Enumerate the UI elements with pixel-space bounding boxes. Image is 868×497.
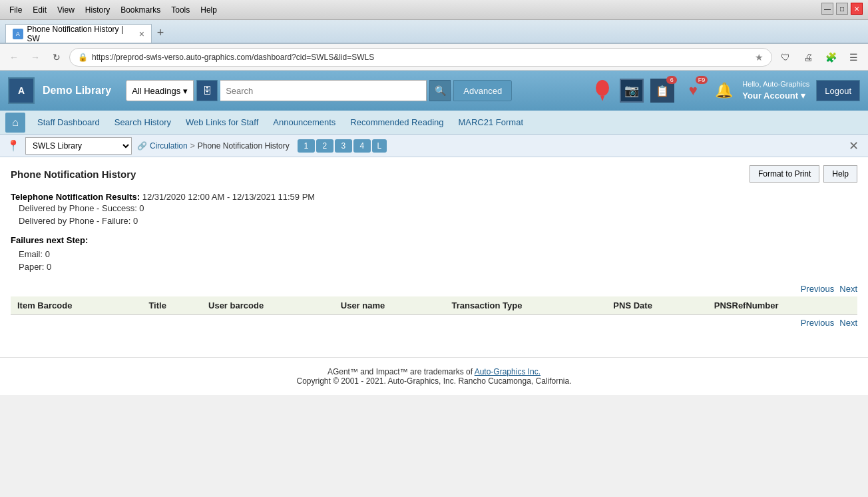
next-link-top[interactable]: Next <box>839 284 857 294</box>
browser-menu: File Edit View History Bookmarks Tools H… <box>5 4 221 16</box>
paper-row: Paper: 0 <box>11 260 857 273</box>
extension-icon-button[interactable]: 🧩 <box>821 48 840 67</box>
headings-dropdown[interactable]: All Headings ▾ <box>126 80 194 101</box>
tab-close-button[interactable]: × <box>139 29 144 39</box>
tab-title: Phone Notification History | SW <box>27 25 135 43</box>
maximize-button[interactable]: □ <box>836 3 848 15</box>
header-right-icons: 📷 📋 6 ♥ F9 🔔 Hello, Auto-Graphics Your A… <box>592 79 860 103</box>
library-name: Demo Library <box>43 85 111 97</box>
logout-button[interactable]: Logout <box>816 80 860 101</box>
delivered-failure-row: Delivered by Phone - Failure: 0 <box>11 215 857 227</box>
content-actions: Format to Print Help <box>750 165 857 183</box>
table-header-row: Item Barcode Title User barcode User nam… <box>11 296 857 315</box>
next-link-bottom[interactable]: Next <box>839 318 857 328</box>
browser-titlebar: File Edit View History Bookmarks Tools H… <box>0 0 868 20</box>
nav-recommended-reading[interactable]: Recommended Reading <box>343 115 450 130</box>
favorites-badge: F9 <box>696 76 708 84</box>
nav-links: Staff Dashboard Search History Web Links… <box>31 115 530 130</box>
col-pns-ref-number: PNSRefNumber <box>708 296 857 315</box>
page-tab-2[interactable]: 2 <box>316 139 333 153</box>
advanced-search-button[interactable]: Advanced <box>453 80 512 101</box>
nav-bar: ⌂ Staff Dashboard Search History Web Lin… <box>0 111 868 135</box>
nav-staff-dashboard[interactable]: Staff Dashboard <box>31 115 107 130</box>
menu-file[interactable]: File <box>5 4 26 16</box>
minimize-button[interactable]: — <box>821 3 833 15</box>
menu-edit[interactable]: Edit <box>29 4 51 16</box>
refresh-button[interactable]: ↻ <box>48 49 65 66</box>
nav-search-history[interactable]: Search History <box>108 115 178 130</box>
footer-link[interactable]: Auto-Graphics Inc. <box>475 367 541 376</box>
search-input[interactable] <box>220 80 427 101</box>
previous-link-top[interactable]: Previous <box>801 284 835 294</box>
pagination-bottom: Previous Next <box>11 315 857 330</box>
new-tab-button[interactable]: + <box>152 24 169 41</box>
nav-web-links[interactable]: Web Links for Staff <box>179 115 265 130</box>
results-label: Telephone Notification Results: <box>11 192 140 202</box>
active-tab[interactable]: A Phone Notification History | SW × <box>5 24 152 43</box>
col-item-barcode: Item Barcode <box>11 296 142 315</box>
previous-link-bottom[interactable]: Previous <box>801 318 835 328</box>
account-label[interactable]: Your Account ▾ <box>742 90 809 102</box>
url-text: https://preprod-swls-verso.auto-graphics… <box>92 53 751 62</box>
library-select[interactable]: SWLS Library <box>25 137 132 155</box>
favorites-icon-button[interactable]: ♥ F9 <box>681 79 705 103</box>
footer-line1: AGent™ and Impact™ are trademarks of Aut… <box>9 367 859 376</box>
breadcrumb-icon: 🔗 <box>137 141 147 151</box>
results-date: 12/31/2020 12:00 AM - 12/13/2021 11:59 P… <box>142 192 315 202</box>
results-section: Telephone Notification Results: 12/31/20… <box>11 192 857 227</box>
print-icon-button[interactable]: 🖨 <box>799 48 817 67</box>
breadcrumb-circulation[interactable]: Circulation <box>150 141 188 151</box>
content-header: Phone Notification History Format to Pri… <box>11 165 857 183</box>
help-button[interactable]: Help <box>823 165 857 183</box>
location-icon: 📍 <box>7 139 20 152</box>
url-bar[interactable]: 🔒 https://preprod-swls-verso.auto-graphi… <box>69 48 772 67</box>
address-bar: ← → ↻ 🔒 https://preprod-swls-verso.auto-… <box>0 44 868 71</box>
back-button[interactable]: ← <box>5 49 23 66</box>
results-table: Item Barcode Title User barcode User nam… <box>11 296 857 315</box>
menu-history[interactable]: History <box>81 4 114 16</box>
menu-help[interactable]: Help <box>196 4 221 16</box>
menu-tools[interactable]: Tools <box>167 4 194 16</box>
balloon-icon-button[interactable] <box>592 80 613 101</box>
page-tabs: 1 2 3 4 L <box>298 139 387 153</box>
col-title: Title <box>142 296 202 315</box>
results-header: Telephone Notification Results: 12/31/20… <box>11 192 857 202</box>
nav-announcements[interactable]: Announcements <box>266 115 342 130</box>
toolbar-icons: 🛡 🖨 🧩 ☰ <box>776 48 863 67</box>
failures-title: Failures next Step: <box>11 235 857 245</box>
page-tab-3[interactable]: 3 <box>335 139 352 153</box>
list-badge: 6 <box>666 76 677 84</box>
headings-label: All Headings <box>132 86 180 96</box>
scan-icon-button[interactable]: 📷 <box>620 79 644 103</box>
breadcrumb-current: Phone Notification History <box>198 141 290 151</box>
page-tab-1[interactable]: 1 <box>298 139 315 153</box>
app-header: A Demo Library All Headings ▾ 🗄 🔍 Advanc… <box>0 71 868 111</box>
tab-favicon: A <box>13 29 23 39</box>
hello-text: Hello, Auto-Graphics <box>742 79 809 89</box>
close-button[interactable]: ✕ <box>851 3 863 15</box>
user-account-section[interactable]: Hello, Auto-Graphics Your Account ▾ <box>742 79 809 102</box>
failures-section: Failures next Step: Email: 0 Paper: 0 <box>11 235 857 273</box>
email-row: Email: 0 <box>11 248 857 260</box>
svg-point-0 <box>596 80 609 96</box>
forward-button[interactable]: → <box>27 49 44 66</box>
menu-view[interactable]: View <box>53 4 79 16</box>
search-button[interactable]: 🔍 <box>429 80 451 101</box>
menu-bookmarks[interactable]: Bookmarks <box>116 4 164 16</box>
search-container: All Headings ▾ 🗄 🔍 Advanced <box>126 80 512 101</box>
notification-icon-button[interactable]: 🔔 <box>712 79 736 103</box>
breadcrumb-close-button[interactable]: ✕ <box>845 138 861 154</box>
col-pns-date: PNS Date <box>606 296 707 315</box>
format-to-print-button[interactable]: Format to Print <box>750 165 819 183</box>
tab-bar: A Phone Notification History | SW × + <box>0 20 868 44</box>
col-transaction-type: Transaction Type <box>445 296 607 315</box>
page-tab-4[interactable]: 4 <box>353 139 371 153</box>
breadcrumb-separator: > <box>190 141 195 151</box>
page-tab-l[interactable]: L <box>372 139 387 153</box>
pocket-icon-button[interactable]: 🛡 <box>776 48 795 67</box>
nav-marc21[interactable]: MARC21 Format <box>451 115 530 130</box>
database-icon-button[interactable]: 🗄 <box>196 80 218 101</box>
home-button[interactable]: ⌂ <box>5 113 25 133</box>
menu-icon-button[interactable]: ☰ <box>844 48 863 67</box>
list-icon-button[interactable]: 📋 6 <box>650 79 674 103</box>
